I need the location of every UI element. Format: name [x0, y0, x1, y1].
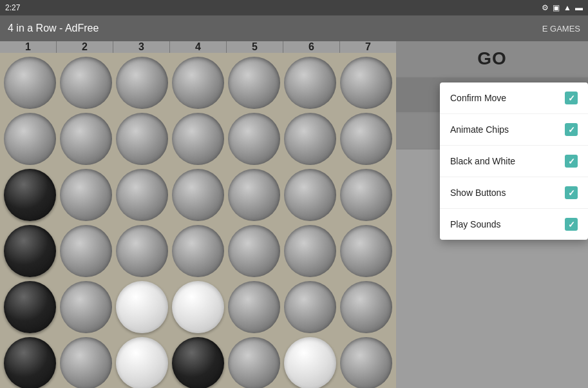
- column-headers: 1234567: [0, 41, 396, 53]
- cell-27: [340, 225, 392, 277]
- cell-34: [340, 281, 392, 333]
- title-bar-actions: E GAMES: [542, 24, 580, 34]
- menu-item-0[interactable]: Confirm Move: [440, 82, 588, 114]
- time-display: 2:27: [5, 3, 20, 12]
- col-header-6[interactable]: 6: [283, 41, 340, 53]
- menu-item-label-3: Show Buttons: [450, 188, 506, 198]
- go-button[interactable]: GO: [396, 41, 588, 77]
- wifi-icon: ▲: [564, 3, 571, 12]
- menu-checkbox-4[interactable]: [565, 218, 578, 231]
- title-bar: 4 in a Row - AdFree E GAMES: [0, 15, 588, 41]
- menu-item-label-0: Confirm Move: [450, 93, 506, 103]
- menu-item-2[interactable]: Black and White: [440, 146, 588, 177]
- cell-25: [228, 225, 280, 277]
- cell-16: [116, 169, 168, 221]
- cell-11: [228, 113, 280, 165]
- cell-41: [340, 337, 392, 388]
- dropdown-menu: Confirm MoveAnimate ChipsBlack and White…: [440, 82, 588, 240]
- col-header-1[interactable]: 1: [0, 41, 57, 53]
- menu-checkbox-0[interactable]: [565, 92, 578, 104]
- status-icons: ⚙ ▣ ▲ ▬: [542, 3, 583, 12]
- menu-checkbox-2[interactable]: [565, 155, 578, 168]
- cell-12: [284, 113, 336, 165]
- sim-icon: ▣: [553, 3, 560, 12]
- cell-9: [116, 113, 168, 165]
- cell-8: [60, 113, 112, 165]
- cell-29: [60, 281, 112, 333]
- menu-checkbox-1[interactable]: [565, 123, 578, 136]
- cell-30: [116, 281, 168, 333]
- cell-37: [116, 337, 168, 388]
- cell-17: [172, 169, 224, 221]
- cell-32: [228, 281, 280, 333]
- cell-18: [228, 169, 280, 221]
- more-games-button[interactable]: E GAMES: [542, 24, 580, 34]
- cell-22: [60, 225, 112, 277]
- cell-1: [60, 57, 112, 109]
- main-area: 1234567 Welcome to 4 in a Row Level 4 GO…: [0, 41, 588, 388]
- menu-checkbox-3[interactable]: [565, 186, 578, 199]
- menu-item-4[interactable]: Play Sounds: [440, 209, 588, 240]
- cell-5: [284, 57, 336, 109]
- cell-0: [4, 57, 56, 109]
- game-board: [0, 53, 396, 388]
- col-header-3[interactable]: 3: [113, 41, 170, 53]
- cell-28: [4, 281, 56, 333]
- status-bar: 2:27 ⚙ ▣ ▲ ▬: [0, 0, 588, 15]
- col-header-2[interactable]: 2: [57, 41, 113, 53]
- col-header-5[interactable]: 5: [227, 41, 283, 53]
- cell-40: [284, 337, 336, 388]
- cell-39: [228, 337, 280, 388]
- menu-item-label-4: Play Sounds: [450, 219, 501, 229]
- menu-item-label-1: Animate Chips: [450, 124, 509, 135]
- cell-20: [340, 169, 392, 221]
- cell-36: [60, 337, 112, 388]
- settings-icon: ⚙: [542, 3, 549, 12]
- menu-item-3[interactable]: Show Buttons: [440, 177, 588, 209]
- app-title: 4 in a Row - AdFree: [8, 23, 99, 34]
- cell-21: [4, 225, 56, 277]
- cell-6: [340, 57, 392, 109]
- menu-item-1[interactable]: Animate Chips: [440, 114, 588, 146]
- col-header-4[interactable]: 4: [170, 41, 227, 53]
- cell-33: [284, 281, 336, 333]
- cell-7: [4, 113, 56, 165]
- cell-13: [340, 113, 392, 165]
- cell-26: [284, 225, 336, 277]
- cell-3: [172, 57, 224, 109]
- cell-35: [4, 337, 56, 388]
- battery-icon: ▬: [575, 3, 583, 12]
- cell-14: [4, 169, 56, 221]
- cell-23: [116, 225, 168, 277]
- col-header-7[interactable]: 7: [340, 41, 396, 53]
- menu-item-label-2: Black and White: [450, 156, 515, 166]
- cell-38: [172, 337, 224, 388]
- cell-19: [284, 169, 336, 221]
- game-area: 1234567 Welcome to 4 in a Row Level 4: [0, 41, 396, 388]
- cell-31: [172, 281, 224, 333]
- cell-4: [228, 57, 280, 109]
- cell-24: [172, 225, 224, 277]
- cell-2: [116, 57, 168, 109]
- cell-15: [60, 169, 112, 221]
- cell-10: [172, 113, 224, 165]
